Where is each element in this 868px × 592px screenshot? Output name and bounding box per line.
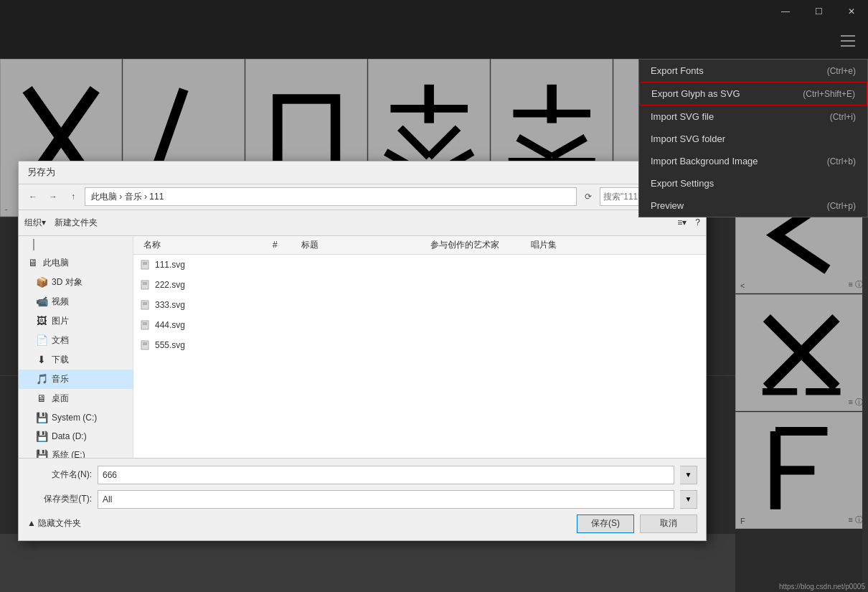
3d-icon: 📦	[36, 276, 47, 288]
music-icon: 🎵	[36, 373, 47, 385]
sidebar-item-desktop[interactable]: 🖥 桌面	[19, 389, 133, 408]
file-name-555: 555.svg	[155, 340, 271, 350]
sidebar-item-systemc[interactable]: 💾 System (C:)	[19, 408, 133, 427]
menu-label-import-svg-file: Import SVG file	[651, 111, 714, 122]
new-folder-button[interactable]: 新建文件夹	[55, 217, 98, 229]
filename-field: 文件名(N): ▼	[27, 466, 697, 484]
svg-rect-26	[141, 260, 148, 269]
refresh-button[interactable]: ⟳	[580, 188, 597, 205]
address-path: 此电脑 › 音乐 › 111	[85, 187, 577, 206]
sidebar-label-music: 音乐	[52, 373, 69, 385]
action-buttons: 保存(S) 取消	[577, 515, 697, 533]
dialog-titlebar: 另存为 ✕	[19, 161, 706, 184]
dialog-bottom: 文件名(N): ▼ 保存类型(T): ▼ ▲ 隐藏文件夹 保存(S) 取消	[19, 458, 706, 540]
menu-shortcut-import-svg-file: (Ctrl+i)	[830, 112, 856, 122]
file-name-333: 333.svg	[155, 300, 271, 310]
minimize-button[interactable]: —	[769, 0, 802, 23]
maximize-button[interactable]: ☐	[802, 0, 835, 23]
documents-icon: 📄	[36, 334, 47, 346]
app-area: - ≡ ⓘ . ≡ ⓘ .notdef ≡ ⓘ	[0, 23, 868, 592]
computer-icon: 🖥	[27, 257, 39, 268]
sidebar-label-computer: 此电脑	[43, 257, 69, 269]
save-button[interactable]: 保存(S)	[577, 515, 634, 533]
col-name[interactable]: 名称	[139, 239, 268, 251]
dialog-toolbar: 组织▾ 新建文件夹 ≡▾ ?	[19, 210, 706, 236]
watermark: https://blog.csdn.net/p0005	[776, 581, 868, 592]
sidebar-label-desktop: 桌面	[52, 393, 69, 405]
dialog-sidebar: 🖥 此电脑 📦 3D 对象 📹 视频 🖼 图片	[19, 236, 133, 458]
col-album[interactable]: 唱片集	[527, 239, 613, 251]
menu-label-preview: Preview	[651, 200, 684, 211]
sidebar-item-computer[interactable]: 🖥 此电脑	[19, 253, 133, 273]
file-item-555[interactable]: 555.svg	[133, 335, 706, 355]
sidebar-item-music[interactable]: 🎵 音乐	[19, 370, 133, 389]
filename-input[interactable]	[98, 466, 674, 484]
sidebar-item-3d[interactable]: 📦 3D 对象	[19, 273, 133, 292]
filetype-dropdown-arrow[interactable]: ▼	[680, 490, 697, 509]
file-icon-333	[139, 299, 152, 311]
file-name-222: 222.svg	[155, 280, 271, 290]
sidebar-label-datad: Data (D:)	[52, 431, 87, 441]
titlebar: — ☐ ✕	[0, 0, 868, 23]
menu-shortcut-export-fonts: (Ctrl+e)	[827, 66, 856, 76]
menu-item-import-svg-file[interactable]: Import SVG file (Ctrl+i)	[639, 105, 867, 128]
filename-label: 文件名(N):	[27, 469, 92, 481]
col-artist[interactable]: 参与创作的艺术家	[426, 239, 527, 251]
filename-dropdown-arrow[interactable]: ▼	[680, 466, 697, 484]
menu-shortcut-preview: (Ctrl+p)	[827, 201, 856, 211]
svg-rect-32	[141, 301, 148, 309]
file-item-444[interactable]: 444.svg	[133, 315, 706, 335]
hide-folders-button[interactable]: ▲ 隐藏文件夹	[27, 517, 81, 530]
sidebar-label-3d: 3D 对象	[52, 276, 82, 288]
menu-label-export-fonts: Export Fonts	[651, 65, 704, 76]
up-button[interactable]: ↑	[65, 188, 82, 205]
svg-rect-38	[141, 341, 148, 349]
sidebar-item-datad[interactable]: 💾 Data (D:)	[19, 427, 133, 446]
sidebar-item-video[interactable]: 📹 视频	[19, 292, 133, 311]
drivd-icon: 💾	[36, 431, 47, 442]
forward-button[interactable]: →	[44, 188, 62, 205]
menu-item-export-glyph-svg[interactable]: Export Glyph as SVG (Ctrl+Shift+E)	[639, 82, 867, 105]
sidebar-item-systeme[interactable]: 💾 系统 (E:)	[19, 446, 133, 458]
organize-button[interactable]: 组织▾	[24, 217, 46, 229]
file-item-222[interactable]: 222.svg	[133, 275, 706, 295]
help-button[interactable]: ?	[695, 217, 700, 227]
dialog-content: 🖥 此电脑 📦 3D 对象 📹 视频 🖼 图片	[19, 236, 706, 458]
file-name-111: 111.svg	[155, 260, 271, 270]
filetype-input[interactable]	[98, 490, 674, 509]
save-dialog: 另存为 ✕ ← → ↑ 此电脑 › 音乐 › 111 ⟳ 🔍 组织▾	[18, 161, 707, 541]
file-icon-444	[139, 319, 152, 332]
address-path-text: 此电脑 › 音乐 › 111	[91, 191, 164, 203]
menu-item-export-settings[interactable]: Export Settings	[639, 172, 867, 194]
drivc-icon: 💾	[36, 412, 47, 423]
menu-shortcut-export-glyph-svg: (Ctrl+Shift+E)	[803, 89, 855, 99]
menu-item-preview[interactable]: Preview (Ctrl+p)	[639, 194, 867, 217]
col-num[interactable]: #	[268, 240, 297, 250]
sidebar-label-downloads: 下载	[52, 354, 69, 366]
sidebar-item-pictures[interactable]: 🖼 图片	[19, 311, 133, 331]
menu-item-import-bg-image[interactable]: Import Background Image (Ctrl+b)	[639, 150, 867, 172]
sidebar-label-documents: 文档	[52, 334, 69, 347]
menu-label-import-svg-folder: Import SVG folder	[651, 133, 725, 144]
cancel-button[interactable]: 取消	[640, 515, 697, 533]
file-item-333[interactable]: 333.svg	[133, 295, 706, 315]
sidebar-item-documents[interactable]: 📄 文档	[19, 331, 133, 350]
svg-rect-29	[141, 281, 148, 289]
back-button[interactable]: ←	[24, 188, 42, 205]
sidebar-item-downloads[interactable]: ⬇ 下载	[19, 350, 133, 370]
col-title[interactable]: 标题	[297, 239, 426, 251]
drive-icon: 💾	[36, 449, 47, 458]
sidebar-label-systeme: 系统 (E:)	[52, 449, 85, 458]
menu-item-import-svg-folder[interactable]: Import SVG folder	[639, 128, 867, 150]
dialog-addressbar: ← → ↑ 此电脑 › 音乐 › 111 ⟳ 🔍	[19, 184, 706, 210]
file-item-111[interactable]: 111.svg	[133, 255, 706, 275]
menu-item-export-fonts[interactable]: Export Fonts (Ctrl+e)	[639, 60, 867, 82]
desktop-icon: 🖥	[36, 393, 47, 404]
dialog-actions: ▲ 隐藏文件夹 保存(S) 取消	[27, 515, 697, 533]
sidebar-label-video: 视频	[52, 296, 69, 308]
downloads-icon: ⬇	[36, 354, 47, 365]
file-icon-222	[139, 278, 152, 291]
close-button[interactable]: ✕	[835, 0, 868, 23]
filelist-header: 名称 # 标题 参与创作的艺术家 唱片集	[133, 236, 706, 255]
view-options-button[interactable]: ≡▾	[677, 217, 687, 227]
